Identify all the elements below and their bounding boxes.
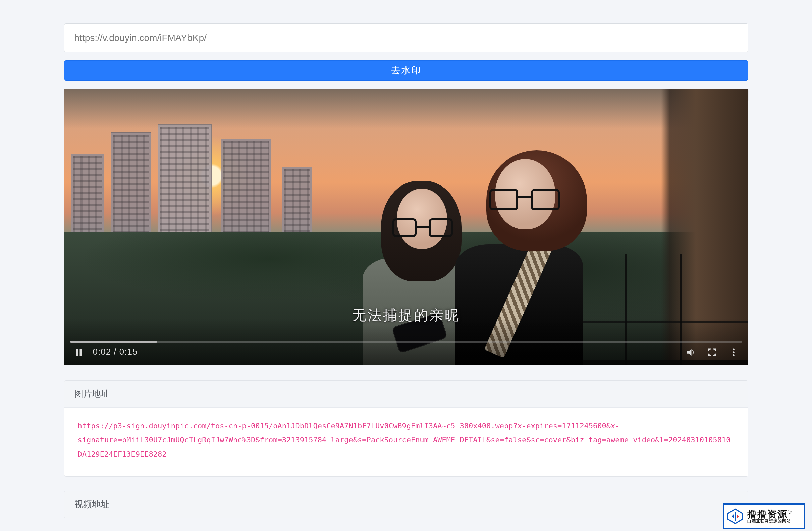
remove-watermark-button[interactable]: 去水印 <box>64 60 748 81</box>
svg-point-5 <box>733 348 735 350</box>
svg-point-6 <box>733 351 735 353</box>
brand-registered: ® <box>787 509 792 515</box>
more-icon[interactable] <box>724 343 743 362</box>
svg-rect-3 <box>76 349 78 356</box>
video-controls: 0:02 / 0:15 <box>64 318 748 365</box>
video-url-card: 视频地址 <box>64 491 748 518</box>
image-url-card-title: 图片地址 <box>64 381 748 407</box>
image-url-link[interactable]: https://p3-sign.douyinpic.com/tos-cn-p-0… <box>78 422 731 458</box>
brand-name: 撸撸资源 <box>747 509 787 519</box>
svg-point-7 <box>733 354 735 356</box>
brand-badge[interactable]: 撸撸资源® 白嫖互联网资源的网站 <box>723 503 805 529</box>
video-area: 无法捕捉的亲昵 0:02 / 0:15 <box>64 88 748 365</box>
video-time-display: 0:02 / 0:15 <box>93 346 138 357</box>
volume-icon[interactable] <box>681 343 700 362</box>
brand-tagline: 白嫖互联网资源的网站 <box>747 519 792 523</box>
brand-text: 撸撸资源® 白嫖互联网资源的网站 <box>747 509 792 523</box>
fullscreen-icon[interactable] <box>703 343 722 362</box>
image-url-card: 图片地址 https://p3-sign.douyinpic.com/tos-c… <box>64 381 748 477</box>
pause-icon[interactable] <box>69 343 88 362</box>
video-player[interactable]: 无法捕捉的亲昵 0:02 / 0:15 <box>64 88 748 365</box>
svg-rect-4 <box>79 349 82 356</box>
url-input[interactable] <box>64 24 748 52</box>
video-url-card-title: 视频地址 <box>64 491 748 518</box>
brand-logo-icon <box>726 507 744 525</box>
